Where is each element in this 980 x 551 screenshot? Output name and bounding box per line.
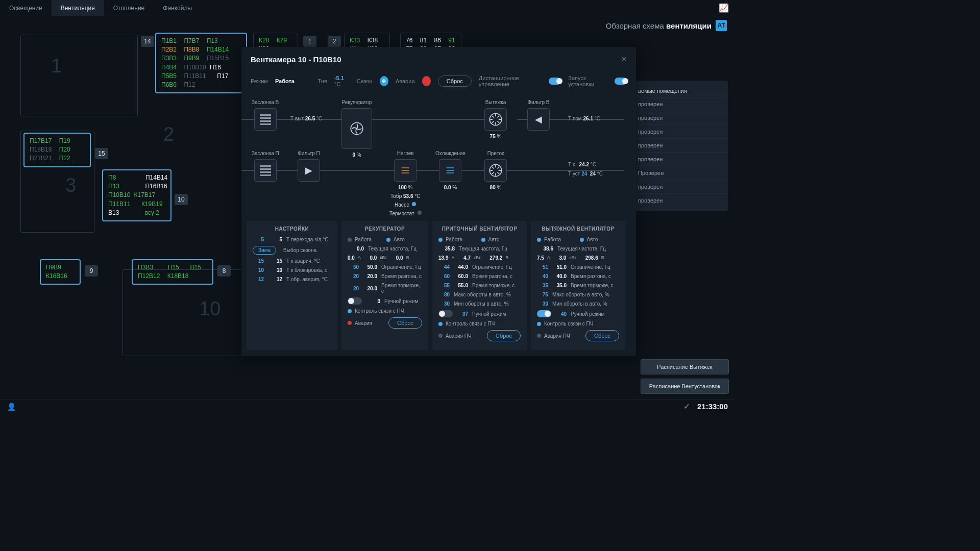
tagbox-10[interactable]: П8 П14В14 П13 П16В16 П10В10 К17В17 П11В1… [102, 169, 172, 221]
sidepanel-row[interactable]: проверен [631, 193, 728, 207]
zone-num-1[interactable]: 1 [303, 36, 316, 47]
clock: 21:33:00 [697, 402, 728, 411]
zone-1-num: 1 [51, 55, 62, 77]
tagbox-15[interactable]: П17В17 П19 П18В18 П20 П21В21 П22 [23, 133, 91, 167]
tagbox-9[interactable]: П9В9К16В16 [40, 259, 81, 285]
panel-exhaust-fan: ВЫТЯЖНОЙ ВЕНТИЛЯТОР РаботаАвто 38.6Текущ… [531, 221, 625, 350]
zone-2-num: 2 [163, 123, 174, 145]
zone-num-2[interactable]: 2 [328, 36, 341, 47]
recup-manual-toggle[interactable] [348, 297, 362, 305]
supply-reset-button[interactable]: Сброс [487, 330, 521, 341]
unit-filter-v: Фильтр В ◀ [527, 99, 550, 131]
side-panel: аемые помещения проверен проверен провер… [631, 81, 728, 211]
zone-num-14[interactable]: 14 [141, 36, 154, 47]
status-bar: 👤 ✓ 21:33:00 [0, 399, 735, 413]
season-chip[interactable]: Зима [253, 246, 276, 255]
unit-modal: Венткамера 10 - П10В10 × Режим Работа Тн… [241, 47, 636, 356]
schedule-units-button[interactable]: Расписание Вентустановок [641, 379, 729, 394]
check-icon[interactable]: ✓ [683, 402, 690, 411]
sidepanel-row[interactable]: проверен [631, 124, 728, 138]
zone-1-outline [20, 35, 138, 116]
panel-supply-fan: ПРИТОЧНЫЙ ВЕНТИЛЯТОР РаботаАвто 35.8Теку… [432, 221, 527, 350]
sidepanel-row[interactable]: проверен [631, 138, 728, 152]
sidepanel-row[interactable]: проверен [631, 111, 728, 124]
panel-settings-title: НАСТРОЙКИ [253, 226, 331, 232]
reset-button[interactable]: Сброс [438, 76, 472, 87]
exhaust-reset-button[interactable]: Сброс [585, 330, 619, 341]
schedule-exhaust-button[interactable]: Расписание Вытяжек [641, 359, 729, 374]
supply-manual-toggle[interactable] [438, 310, 453, 317]
user-icon[interactable]: 👤 [7, 403, 16, 411]
panel-settings: НАСТРОЙКИ 55Т перехода з/л,°C ЗимаВыбор … [247, 221, 337, 350]
unit-damper-p: Заслонка П [252, 151, 279, 182]
page-close-icon[interactable]: × [723, 21, 728, 31]
sidepanel-row[interactable]: проверен [631, 152, 728, 166]
tagbox-14[interactable]: П1В1 П7В7 П13 П2В2 П8В8 П14В14 П3В3 П9В9… [155, 33, 247, 93]
page-header: Обзорная схема вентиляции AT [0, 16, 735, 35]
zone-num-15[interactable]: 15 [95, 148, 108, 159]
recup-reset-button[interactable]: Сброс [388, 317, 422, 329]
exhaust-manual-toggle[interactable] [537, 310, 551, 317]
zone-num-8[interactable]: 8 [217, 265, 231, 277]
unit-supply: Приток 80 % [484, 151, 507, 190]
flow-diagram: Заслонка В Т выт 26.5 °C Рекуператор 0 %… [241, 94, 636, 221]
unit-filter-p: Фильтр П ▶ [298, 151, 320, 182]
unit-cool: Охлаждение 0.0 % [435, 151, 465, 190]
sidepanel-row[interactable]: проверен [631, 180, 728, 193]
unit-damper-v: Заслонка В [252, 99, 279, 131]
chart-icon[interactable]: 📈 [713, 3, 735, 13]
sidepanel-row[interactable]: Проверен [631, 166, 728, 180]
snowflake-icon: ❄ [380, 76, 388, 86]
remote-toggle[interactable] [549, 78, 561, 85]
tab-fancoils[interactable]: Фанкойлы [154, 0, 201, 16]
season-label: Сезон [357, 78, 373, 84]
status-row: Режим Работа Тнв -5.1 °C Сезон ❄ Аварии … [241, 72, 636, 94]
alarm-label: Аварии [396, 78, 415, 84]
remote-label: Дистанционное управление [479, 75, 542, 87]
sidepanel-header: аемые помещения [631, 85, 728, 97]
start-toggle[interactable] [615, 78, 627, 85]
mode-value: Работа [275, 78, 295, 84]
unit-recuperator: Рекуператор 0 % [341, 99, 372, 158]
start-label: Запуск установки [568, 75, 607, 87]
mode-label: Режим [251, 78, 268, 84]
tagbox-8[interactable]: П3В3 П15 В15 П12В12 К18В18 [132, 259, 213, 285]
sidepanel-row[interactable]: проверен [631, 97, 728, 111]
zone-num-9[interactable]: 9 [85, 265, 98, 277]
tnv-value: -5.1 [334, 75, 344, 81]
close-icon[interactable]: × [621, 54, 627, 65]
zone-num-10[interactable]: 10 [175, 194, 188, 205]
page-title: Обзорная схема вентиляции [606, 21, 712, 30]
tab-heating[interactable]: Отопление [104, 0, 154, 16]
alarm-icon [422, 76, 431, 86]
tnv-label: Тнв [317, 78, 327, 84]
modal-title: Венткамера 10 - П10В10 [251, 55, 621, 64]
unit-exhaust: Вытяжка 75 % [484, 99, 507, 139]
unit-heat: Нагрев 100 % Тобр 53.6 °C Насос Термоста… [389, 151, 422, 216]
panel-recuperator: РЕКУПЕРАТОР РаботаАвто 0.0Текущая частот… [341, 221, 428, 350]
tab-ventilation[interactable]: Вентиляция [52, 0, 104, 16]
top-nav: Освещение Вентиляция Отопление Фанкойлы … [0, 0, 735, 16]
tab-lighting[interactable]: Освещение [0, 0, 52, 16]
